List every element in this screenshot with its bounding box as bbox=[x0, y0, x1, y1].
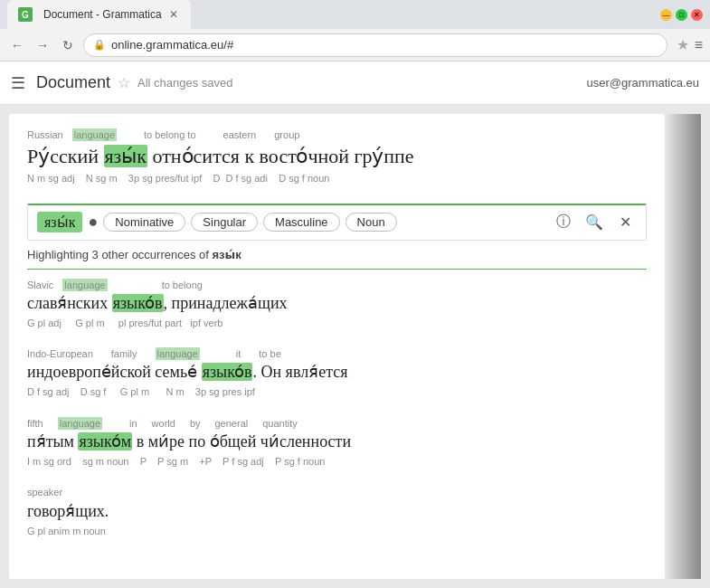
annotation-row-5: speaker bbox=[27, 486, 647, 498]
active-tab[interactable]: G Document - Grammatica ✕ bbox=[7, 0, 191, 29]
word-govoryashchikh[interactable]: говоря́щих. bbox=[27, 502, 109, 520]
sentence-block-1: Russian language to belong to eastern gr… bbox=[27, 128, 647, 185]
word-russkiy[interactable]: Ру́сский bbox=[27, 145, 104, 167]
browser-window: G Document - Grammatica ✕ — □ ✕ ← → ↻ 🔒 … bbox=[0, 0, 710, 588]
app-title: Document bbox=[36, 73, 110, 92]
hamburger-menu-button[interactable]: ☰ bbox=[11, 73, 25, 93]
sentence-text-4: пя́тым языко́м в ми́ре по о́бщей чи́слен… bbox=[27, 430, 647, 454]
annotation-row-4: fifth language in world by general quant… bbox=[27, 417, 647, 430]
title-bar: G Document - Grammatica ✕ — □ ✕ bbox=[0, 0, 710, 29]
search-button[interactable]: 🔍 bbox=[582, 211, 606, 234]
word-slavyanskikh[interactable]: славя́нских bbox=[27, 294, 112, 312]
word-bar-actions: ⓘ 🔍 ✕ bbox=[552, 211, 637, 234]
bullet-separator: ● bbox=[88, 213, 98, 232]
browser-menu-button[interactable]: ≡ bbox=[695, 37, 703, 53]
tag-nominative[interactable]: Nominative bbox=[103, 213, 185, 232]
close-button[interactable]: ✕ bbox=[691, 9, 703, 21]
sentence-text-2: славя́нских языко́в, принадлежа́щих bbox=[27, 291, 647, 316]
word-yazyk-selected[interactable]: язы́к bbox=[104, 145, 148, 167]
minimize-button[interactable]: — bbox=[660, 9, 672, 21]
word-yazykov-3[interactable]: языко́в bbox=[202, 363, 253, 381]
user-account[interactable]: user@grammatica.eu bbox=[587, 76, 699, 90]
annotation-row-2: Slavic language to belong bbox=[27, 279, 647, 291]
tag-noun[interactable]: Noun bbox=[346, 213, 397, 232]
sentence-block-2: Slavic language to belong славя́нских яз… bbox=[27, 279, 647, 330]
favorite-button[interactable]: ☆ bbox=[118, 74, 130, 91]
gram-labels-3: D f sg adj D sg f G pl m N m 3p sg pres … bbox=[27, 385, 647, 398]
word-info-bar: язы́к ● Nominative Singular Masculine No… bbox=[27, 204, 647, 241]
address-text: online.grammatica.eu/# bbox=[111, 38, 233, 52]
tab-close-button[interactable]: ✕ bbox=[167, 8, 180, 21]
tag-masculine[interactable]: Masculine bbox=[263, 213, 340, 232]
save-status: All changes saved bbox=[137, 76, 233, 90]
sentence-text-3: индоевропе́йской семье́ языко́в. Он явля… bbox=[27, 360, 647, 384]
reload-button[interactable]: ↻ bbox=[58, 35, 78, 55]
nav-bar: ← → ↻ 🔒 online.grammatica.eu/# ★ ≡ bbox=[0, 29, 710, 62]
app-bar: ☰ Document ☆ All changes saved user@gram… bbox=[0, 62, 710, 105]
back-button[interactable]: ← bbox=[7, 35, 27, 55]
gram-labels-5: G pl anim m noun bbox=[27, 525, 647, 537]
sentence-block-5: speaker говоря́щих. G pl anim m noun bbox=[27, 486, 647, 537]
word-yazykom-4[interactable]: языко́м bbox=[78, 432, 132, 450]
gram-labels-4: I m sg ord sg m noun P P sg m +P P f sg … bbox=[27, 455, 647, 468]
highlight-notice-word: язы́к bbox=[213, 248, 241, 261]
tab-favicon: G bbox=[18, 7, 33, 22]
word-indoevropeyskoy[interactable]: индоевропе́йской семье́ bbox=[27, 363, 202, 381]
word-prinadlezhashchikh: , принадлежа́щих bbox=[164, 294, 288, 312]
highlight-notice: Highlighting 3 other occurrences of язы́… bbox=[27, 248, 647, 270]
word-pyatym[interactable]: пя́тым bbox=[27, 432, 78, 450]
close-word-bar-button[interactable]: ✕ bbox=[613, 211, 637, 234]
word-on-yavlyaetsya: . Он явля́ется bbox=[252, 363, 347, 381]
gram-labels-1: N m sg adj N sg m 3p sg pres/fut ipf D D… bbox=[27, 172, 647, 185]
document-panel: Russian language to belong to eastern gr… bbox=[9, 114, 665, 579]
info-button[interactable]: ⓘ bbox=[552, 211, 575, 234]
forward-button[interactable]: → bbox=[33, 35, 52, 55]
sentence-text-5: говоря́щих. bbox=[27, 499, 647, 524]
address-lock-icon: 🔒 bbox=[93, 39, 106, 51]
window-controls: — □ ✕ bbox=[660, 9, 703, 21]
word-chip[interactable]: язы́к bbox=[37, 212, 82, 232]
sentence-block-3: Indo-European family language it to be и… bbox=[27, 347, 647, 399]
word-yazykov-2[interactable]: языко́в bbox=[112, 294, 164, 312]
word-otnositsya: отно́сится к восто́чной гру́ппе bbox=[147, 145, 414, 167]
tab-title: Document - Grammatica bbox=[43, 8, 162, 21]
content-area: Russian language to belong to eastern gr… bbox=[0, 105, 710, 588]
tag-singular[interactable]: Singular bbox=[191, 213, 258, 232]
address-bar[interactable]: 🔒 online.grammatica.eu/# bbox=[83, 33, 667, 57]
highlight-notice-text: Highlighting 3 other occurrences of bbox=[27, 248, 213, 261]
word-v-mire: в ми́ре по о́бщей чи́сленности bbox=[132, 432, 351, 450]
sentence-text-1: Ру́сский язы́к отно́сится к восто́чной г… bbox=[27, 141, 647, 171]
annotation-row-3: Indo-European family language it to be bbox=[27, 347, 647, 360]
right-edge-blur bbox=[665, 114, 701, 579]
annotation-row-1: Russian language to belong to eastern gr… bbox=[27, 128, 647, 141]
bookmark-button[interactable]: ★ bbox=[677, 36, 689, 53]
gram-labels-2: G pl adj G pl m pl pres/fut part ipf ver… bbox=[27, 317, 647, 329]
sentence-block-4: fifth language in world by general quant… bbox=[27, 417, 647, 469]
maximize-button[interactable]: □ bbox=[676, 9, 687, 21]
